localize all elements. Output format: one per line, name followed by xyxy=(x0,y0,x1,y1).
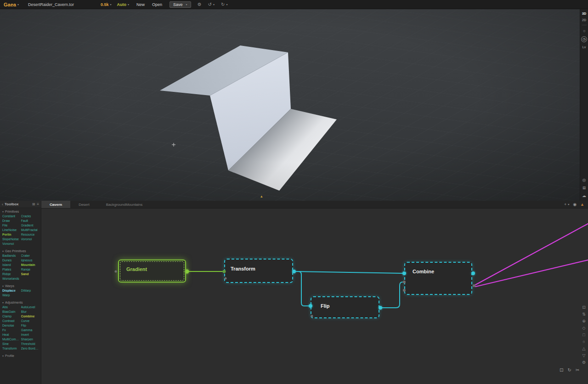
graph-tool-icon[interactable]: ⊕ xyxy=(582,319,586,323)
toolbox-item[interactable]: Badlands xyxy=(2,254,20,257)
toolbox-item[interactable]: Range xyxy=(21,268,39,271)
toolbox-item[interactable]: Mountain xyxy=(21,263,39,266)
view-3d-button[interactable]: 3D xyxy=(582,12,586,15)
toolbox-item[interactable]: Igneous xyxy=(21,259,39,262)
port-combine-out2[interactable] xyxy=(473,284,475,287)
toolbox-item[interactable]: Displace xyxy=(2,289,20,292)
new-button[interactable]: New xyxy=(136,2,145,7)
toolbox-item[interactable]: Denoise xyxy=(2,324,20,327)
graph-tool-icon[interactable]: ⚙ xyxy=(582,360,586,365)
gaea-menu-button[interactable]: Gaea ▾ xyxy=(4,2,19,7)
toolbox-item[interactable]: Sharpen xyxy=(21,338,39,341)
toolbox-item[interactable]: Dunes xyxy=(2,259,20,262)
graph-tool-icon[interactable]: ○ xyxy=(582,339,585,344)
node-flip[interactable]: Flip xyxy=(311,296,379,318)
settings-gear-icon[interactable]: ⚙ xyxy=(198,2,202,7)
toolbox-item[interactable]: Resource xyxy=(21,233,39,236)
graph-tool-icon[interactable]: □ xyxy=(582,333,585,337)
toolbox-item[interactable]: Plates xyxy=(2,268,20,271)
graph-tool-icon[interactable]: ◇ xyxy=(582,326,586,330)
toolbox-item[interactable]: Draw xyxy=(2,219,20,222)
toolbox-section-header[interactable]: ▾ Adjustments xyxy=(2,301,39,304)
flame-icon[interactable]: ▲ xyxy=(580,202,584,207)
toolbox-item[interactable]: AutoLevel xyxy=(21,305,39,309)
toolbox-item[interactable]: Vononoi xyxy=(2,242,20,245)
terrain-3d-viewport[interactable]: ▴ xyxy=(0,9,580,201)
toolbox-item[interactable]: Zero Bord… xyxy=(21,347,39,350)
level-button[interactable]: Lv xyxy=(582,45,586,49)
toolbox-item[interactable]: Contrast xyxy=(2,319,20,322)
graph-tool-icon[interactable]: ⊡ xyxy=(582,305,586,310)
sun-icon[interactable]: ☼ xyxy=(582,28,586,33)
port-transform-in[interactable] xyxy=(223,270,226,273)
toolbox-item[interactable]: Fault xyxy=(21,219,39,222)
toolbox-item[interactable]: Curve xyxy=(21,319,39,322)
node-gradient[interactable]: Gradient xyxy=(118,260,186,282)
collapse-left-icon[interactable]: ‹ xyxy=(2,202,3,207)
port-combine-out[interactable] xyxy=(471,271,475,275)
panel-resize-handle[interactable]: ▴ xyxy=(260,194,263,198)
port-combine-in1[interactable] xyxy=(402,271,406,275)
toolbox-item[interactable]: Ridge xyxy=(2,272,20,276)
port-combine-in2[interactable] xyxy=(403,281,406,283)
toolbox-item[interactable]: SlopeNoise xyxy=(2,237,20,241)
node-combine[interactable]: Combine xyxy=(404,262,472,295)
add-node-icon[interactable]: + xyxy=(564,202,566,207)
toolbox-item[interactable]: Cracks xyxy=(21,215,39,218)
toolbox-item[interactable]: Crater xyxy=(21,254,39,257)
toolbox-item[interactable]: Worselands xyxy=(2,277,20,280)
port-transform-mask[interactable] xyxy=(225,277,227,280)
toolbox-item[interactable]: Voronoi xyxy=(21,237,39,241)
toolbox-section-header[interactable]: ▾ Primitives xyxy=(2,210,39,213)
toolbox-item[interactable]: DWarp xyxy=(21,289,39,292)
port-combine-mask[interactable] xyxy=(403,289,406,292)
cut-icon[interactable]: ✂ xyxy=(576,367,579,373)
chevron-down-icon[interactable]: ▾ xyxy=(568,202,569,207)
compass-icon[interactable]: ◎ xyxy=(582,178,586,182)
save-button[interactable]: Save ▾ xyxy=(170,1,191,8)
toolbox-item[interactable]: Heal xyxy=(2,333,20,336)
toolbox-item[interactable]: Gradient xyxy=(21,224,39,227)
toolbox-section-header[interactable]: ▾ Warps xyxy=(2,284,39,288)
node-graph-canvas[interactable]: Gradient Transform Flip Combine ⊡⇅⊕◇□○△▽… xyxy=(41,209,588,384)
clock-icon[interactable]: ◷ xyxy=(581,36,587,42)
port-gradient-in[interactable] xyxy=(115,271,117,273)
toolbox-item[interactable]: MultiFractal xyxy=(21,228,39,232)
graph-tab[interactable]: Desert xyxy=(70,201,98,208)
graph-tool-icon[interactable]: ⇅ xyxy=(582,312,586,316)
toolbox-item[interactable]: Threshold xyxy=(21,342,39,345)
toolbox-item[interactable]: Invert xyxy=(21,333,39,336)
toolbox-section-header[interactable]: ▾ Geo Primitives xyxy=(2,249,39,253)
toolbox-item[interactable]: BiasGain xyxy=(2,310,20,313)
build-mode-dropdown[interactable]: Auto ▾ xyxy=(117,2,130,7)
toolbox-section-header[interactable]: ▾ Profile xyxy=(2,354,39,357)
undo-button[interactable]: ↺ ▾ xyxy=(208,2,215,7)
graph-tab[interactable]: BackgroundMountains xyxy=(98,201,151,208)
fit-frame-icon[interactable]: ⊡ xyxy=(560,367,563,373)
toolbox-item[interactable]: Fx xyxy=(2,328,20,332)
toolbox-item[interactable]: Transform xyxy=(2,347,20,350)
redo-button[interactable]: ↻ ▾ xyxy=(221,2,227,7)
graph-tab[interactable]: Cavern xyxy=(41,201,70,208)
panel-toggle-icon[interactable]: ⊞ xyxy=(32,202,35,206)
toolbox-item[interactable]: Clamp xyxy=(2,315,20,318)
port-gradient-out[interactable] xyxy=(185,270,189,274)
menu-icon[interactable]: ≡ xyxy=(37,202,39,206)
toolbox-item[interactable]: File xyxy=(2,224,20,227)
cloud-icon[interactable]: ☁ xyxy=(582,193,586,198)
toolbox-item[interactable]: Combine xyxy=(21,315,39,318)
node-transform[interactable]: Transform xyxy=(224,259,293,283)
toolbox-item[interactable]: Constant xyxy=(2,215,20,218)
port-flip-mask[interactable] xyxy=(311,315,313,317)
toolbox-item[interactable]: Island xyxy=(2,263,20,266)
view-2d-button[interactable]: 2D xyxy=(582,18,586,22)
grid-view-icon[interactable]: ⊞ xyxy=(582,186,586,190)
toolbox-item[interactable]: Warp xyxy=(2,294,20,297)
port-flip-out[interactable] xyxy=(379,306,382,310)
toolbox-item[interactable]: Perlin xyxy=(2,233,20,236)
toolbox-item[interactable]: Gamma xyxy=(21,328,39,332)
graph-tool-icon[interactable]: △ xyxy=(582,346,586,351)
toolbox-item[interactable]: Abs xyxy=(2,305,20,309)
graph-tool-icon[interactable]: ▽ xyxy=(582,353,586,358)
resolution-dropdown[interactable]: 0.5k ▾ xyxy=(101,2,112,7)
